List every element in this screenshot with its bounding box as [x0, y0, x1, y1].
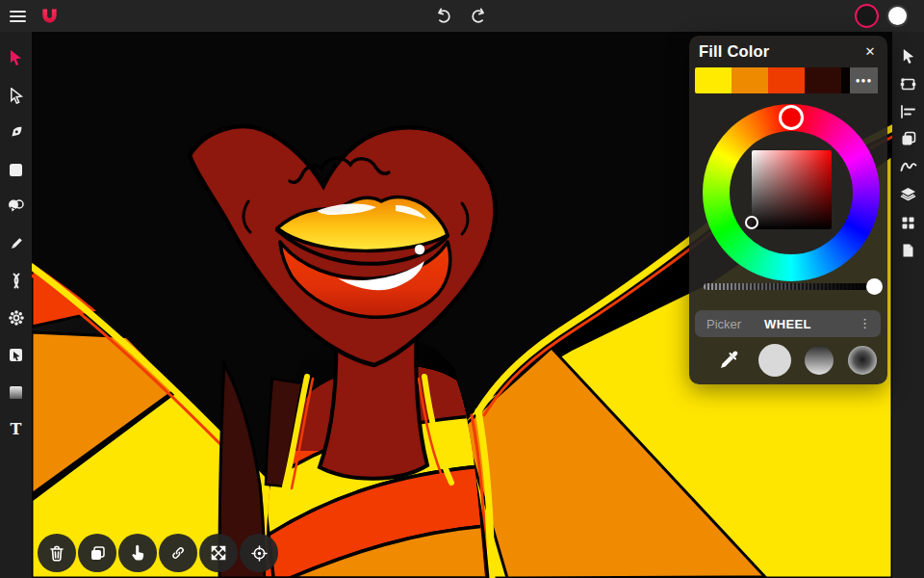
left-toolbar: T — [0, 32, 32, 578]
tool-node-select[interactable] — [0, 79, 32, 112]
hue-selector[interactable] — [779, 105, 804, 130]
menu-icon[interactable] — [10, 8, 26, 24]
tool-place-image[interactable] — [0, 338, 32, 371]
tool-brush[interactable] — [0, 190, 32, 223]
tool-scissors[interactable] — [0, 264, 32, 297]
close-icon[interactable]: ✕ — [861, 42, 879, 60]
tool-shape[interactable] — [0, 153, 32, 186]
panel-tab-pages[interactable] — [892, 234, 924, 267]
picker-mode-value: WHEEL — [695, 317, 881, 331]
saturation-brightness-square[interactable] — [752, 150, 832, 229]
color-swatch[interactable] — [732, 67, 768, 93]
fill-color-panel: Fill Color ✕ ●●● Picker WHEEL ⋮ — [689, 36, 887, 384]
fill-type-row — [689, 342, 887, 381]
resize-button[interactable] — [199, 534, 238, 572]
fill-color-well[interactable] — [886, 5, 909, 27]
redo-button[interactable] — [468, 6, 488, 26]
app-window: T — [0, 0, 924, 578]
tool-pencil[interactable] — [0, 227, 32, 260]
undo-button[interactable] — [433, 6, 453, 26]
stroke-color-well[interactable] — [855, 4, 879, 28]
picker-mode-bar[interactable]: Picker WHEEL ⋮ — [695, 310, 881, 337]
tool-select[interactable] — [0, 41, 32, 74]
target-button[interactable] — [240, 534, 278, 572]
panel-title: Fill Color — [699, 42, 770, 61]
link-button[interactable] — [159, 534, 197, 572]
color-swatch[interactable] — [695, 67, 732, 93]
tool-corner-gear[interactable] — [0, 302, 32, 334]
more-swatches-button[interactable]: ●●● — [850, 67, 878, 93]
delete-button[interactable] — [38, 534, 76, 572]
gesture-button[interactable] — [118, 534, 157, 572]
canvas-action-bar — [38, 534, 278, 572]
alpha-knob[interactable] — [866, 278, 883, 295]
fill-type-solid[interactable] — [758, 344, 791, 377]
tool-pen[interactable] — [0, 116, 32, 148]
right-toolbar — [892, 32, 924, 578]
duplicate-button[interactable] — [78, 534, 116, 572]
alpha-slider[interactable] — [704, 283, 880, 290]
kebab-menu-icon[interactable]: ⋮ — [859, 316, 871, 330]
tool-gradient[interactable] — [0, 376, 32, 408]
top-bar — [0, 0, 924, 32]
tool-text[interactable]: T — [0, 413, 32, 446]
fill-type-radial-gradient[interactable] — [848, 346, 877, 375]
color-swatch[interactable] — [805, 67, 841, 93]
text-tool-glyph: T — [11, 422, 22, 437]
color-swatch[interactable] — [768, 67, 805, 93]
app-logo-icon[interactable] — [40, 7, 59, 25]
fill-type-linear-gradient[interactable] — [805, 346, 834, 375]
saturation-selector[interactable] — [745, 216, 758, 229]
eyedropper-icon[interactable] — [718, 348, 741, 371]
